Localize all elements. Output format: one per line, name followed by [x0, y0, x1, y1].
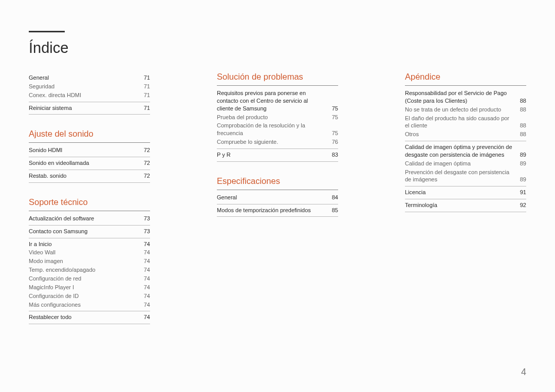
toc-entry-page: 88: [517, 122, 526, 129]
toc-entry-page: 75: [329, 105, 338, 113]
toc-entry[interactable]: Ir a Inicio74: [29, 238, 150, 248]
toc-entry-label: Reiniciar sistema: [29, 104, 137, 112]
toc-entry-page: 74: [141, 257, 150, 265]
toc-entry[interactable]: Contacto con Samsung73: [29, 226, 150, 238]
toc-section-heading[interactable]: Solución de problemas: [217, 72, 338, 86]
toc-entry[interactable]: P y R83: [217, 149, 338, 162]
toc-column: Solución de problemasRequisitos previos …: [217, 72, 338, 324]
toc-entry-label: Comprobación de la resolución y la frecu…: [217, 122, 325, 137]
toc-entry[interactable]: Video Wall74: [29, 248, 150, 256]
page-title: Índice: [29, 40, 526, 57]
toc-entry-label: Más configuraciones: [29, 301, 137, 309]
toc-entry-page: 71: [141, 91, 150, 99]
toc-entry[interactable]: Modo imagen74: [29, 256, 150, 265]
toc-entry-label: Seguridad: [29, 83, 137, 90]
toc-entry-label: Actualización del software: [29, 215, 137, 222]
toc-entry[interactable]: No se trata de un defecto del producto88: [405, 105, 526, 114]
toc-entry-page: 74: [141, 284, 150, 291]
toc-entry[interactable]: General71: [29, 72, 150, 82]
toc-entry[interactable]: Comprobación de la resolución y la frecu…: [217, 121, 338, 137]
toc-entry[interactable]: Seguridad71: [29, 82, 150, 90]
toc-entry[interactable]: El daño del producto ha sido causado por…: [405, 114, 526, 130]
toc-entry-page: 74: [141, 249, 150, 256]
page-content: Índice General71Seguridad71Conex. direct…: [0, 0, 555, 340]
toc-entry[interactable]: Licencia91: [405, 186, 526, 199]
toc-entry-page: 75: [329, 114, 338, 121]
toc-entry-label: Calidad de imagen óptima y prevención de…: [405, 143, 513, 159]
toc-entry-label: El daño del producto ha sido causado por…: [405, 115, 513, 130]
toc-entry[interactable]: Modos de temporización predefinidos85: [217, 204, 338, 217]
toc-entry-label: Modo imagen: [29, 257, 137, 265]
toc-entry-page: 85: [329, 207, 338, 214]
toc-entry-page: 74: [141, 240, 150, 248]
toc-entry-label: Prevención del desgaste con persistencia…: [405, 169, 513, 184]
toc-entry[interactable]: Responsabilidad por el Servicio de Pago …: [405, 87, 526, 105]
toc-entry-label: Otros: [405, 130, 513, 138]
toc-entry[interactable]: Actualización del software73: [29, 213, 150, 226]
toc-entry-page: 84: [329, 194, 338, 201]
toc-section-heading[interactable]: Apéndice: [405, 72, 526, 86]
toc-column: General71Seguridad71Conex. directa HDMI7…: [29, 72, 150, 324]
toc-entry-label: Video Wall: [29, 249, 137, 256]
toc-entry[interactable]: Otros88: [405, 129, 526, 141]
toc-entry-page: 89: [517, 176, 526, 183]
toc-entry[interactable]: Prevención del desgaste con persistencia…: [405, 167, 526, 187]
toc-entry-page: 72: [141, 172, 150, 180]
toc-entry[interactable]: Restab. sonido72: [29, 170, 150, 183]
toc-entry[interactable]: General84: [217, 192, 338, 204]
toc-entry-label: Ir a Inicio: [29, 240, 137, 248]
toc-entry-label: Prueba del producto: [217, 114, 325, 121]
toc-entry[interactable]: MagicInfo Player I74: [29, 283, 150, 291]
toc-entry-label: Configuración de ID: [29, 292, 137, 300]
toc-entry[interactable]: Conex. directa HDMI71: [29, 90, 150, 102]
toc-entry-label: Contacto con Samsung: [29, 228, 137, 235]
toc-entry[interactable]: Configuración de ID74: [29, 291, 150, 300]
toc-entry-label: P y R: [217, 151, 325, 159]
toc-entry-page: 72: [141, 146, 150, 154]
toc-entry[interactable]: Sonido en videollamada72: [29, 157, 150, 170]
toc-entry[interactable]: Terminología92: [405, 199, 526, 212]
toc-entry-page: 75: [329, 129, 338, 137]
toc-entry[interactable]: Calidad de imagen óptima y prevención de…: [405, 141, 526, 159]
toc-entry[interactable]: Requisitos previos para ponerse en conta…: [217, 87, 338, 113]
toc-entry-label: No se trata de un defecto del producto: [405, 106, 513, 114]
toc-entry-page: 71: [141, 104, 150, 112]
toc-entry-page: 92: [517, 201, 526, 209]
toc-entry[interactable]: Prueba del producto75: [217, 113, 338, 121]
toc-entry[interactable]: Más configuraciones74: [29, 300, 150, 312]
toc-entry-page: 74: [141, 266, 150, 274]
toc-entry-page: 74: [141, 313, 150, 321]
toc-entry[interactable]: Calidad de imagen óptima89: [405, 159, 526, 167]
toc-entry[interactable]: Sonido HDMI72: [29, 144, 150, 157]
toc-entry-page: 71: [141, 83, 150, 90]
toc-entry-label: General: [29, 74, 137, 82]
toc-entry-label: Calidad de imagen óptima: [405, 160, 513, 167]
toc-entry-page: 91: [517, 189, 526, 196]
toc-section-heading[interactable]: Ajuste del sonido: [29, 129, 150, 143]
toc-entry[interactable]: Reiniciar sistema71: [29, 102, 150, 115]
toc-entry-label: Licencia: [405, 189, 513, 196]
toc-entry-page: 88: [517, 130, 526, 138]
toc-section-heading[interactable]: Soporte técnico: [29, 197, 150, 211]
toc-entry-label: Restab. sonido: [29, 172, 137, 180]
toc-entry-label: Sonido en videollamada: [29, 159, 137, 167]
toc-columns: General71Seguridad71Conex. directa HDMI7…: [29, 72, 526, 324]
toc-entry[interactable]: Configuración de red74: [29, 274, 150, 283]
toc-section-heading[interactable]: Especificaciones: [217, 176, 338, 190]
toc-entry-label: Configuración de red: [29, 275, 137, 283]
toc-entry-page: 76: [329, 138, 338, 146]
toc-entry[interactable]: Temp. encendido/apagado74: [29, 265, 150, 274]
toc-entry-label: MagicInfo Player I: [29, 284, 137, 291]
toc-entry-page: 73: [141, 215, 150, 222]
toc-entry[interactable]: Restablecer todo74: [29, 311, 150, 324]
page-number: 4: [521, 367, 526, 378]
toc-entry-page: 89: [517, 160, 526, 167]
toc-entry-label: Terminología: [405, 201, 513, 209]
toc-entry-page: 73: [141, 228, 150, 235]
toc-entry[interactable]: Compruebe lo siguiente.76: [217, 137, 338, 149]
toc-entry-label: Requisitos previos para ponerse en conta…: [217, 89, 325, 113]
title-rule: [29, 31, 65, 32]
toc-entry-label: Conex. directa HDMI: [29, 91, 137, 99]
toc-entry-page: 88: [517, 106, 526, 114]
toc-entry-page: 74: [141, 275, 150, 283]
